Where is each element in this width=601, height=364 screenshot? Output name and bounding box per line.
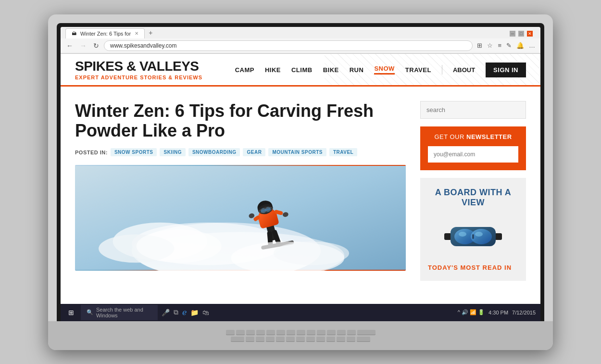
key xyxy=(337,337,345,341)
date: 7/12/2015 xyxy=(512,310,536,315)
taskbar: ⊞ 🔍 Search the web and Windows 🎤 ⧉ ℯ 📁 🛍… xyxy=(61,304,540,321)
key xyxy=(296,337,305,341)
key xyxy=(246,337,254,341)
system-tray: ^ 🔊 📶 🔋 xyxy=(458,309,485,315)
site-logo[interactable]: SPIKES & VALLEYS xyxy=(75,60,202,73)
article-tags: POSTED IN: SNOW SPORTS SKIING SNOWBOARDI… xyxy=(75,148,406,156)
ad-image xyxy=(428,215,518,258)
tag-skiing[interactable]: SKIING xyxy=(160,148,185,156)
nav-item-travel[interactable]: TRAVEL xyxy=(405,66,431,74)
key xyxy=(337,330,346,335)
newsletter-box: GET OUR NEWSLETTER xyxy=(420,126,526,170)
svg-rect-25 xyxy=(444,233,451,240)
favorites-button[interactable]: ☆ xyxy=(486,41,494,50)
key xyxy=(231,337,244,341)
tab-favicon: 🏔 xyxy=(72,31,76,36)
article-hero-image xyxy=(75,165,406,271)
browser-tab[interactable]: 🏔 Winter Zen: 6 Tips for ✕ xyxy=(65,28,145,38)
notes-button[interactable]: ✎ xyxy=(505,41,513,50)
nav-item-climb[interactable]: CLIMB xyxy=(291,66,313,74)
key xyxy=(256,330,265,335)
cortana-icon[interactable]: 🎤 xyxy=(162,309,170,316)
nav-item-bike[interactable]: BIKE xyxy=(323,66,339,74)
key xyxy=(287,330,295,335)
nav-item-run[interactable]: RUN xyxy=(350,66,364,74)
refresh-button[interactable]: ↻ xyxy=(91,41,101,50)
nav-item-snow[interactable]: SNOW xyxy=(374,65,394,75)
address-bar[interactable] xyxy=(104,40,473,51)
key xyxy=(297,330,305,335)
hub-button[interactable]: ≡ xyxy=(496,41,503,50)
key xyxy=(286,337,295,341)
tab-close-button[interactable]: ✕ xyxy=(135,31,138,36)
back-button[interactable]: ← xyxy=(64,41,75,50)
taskbar-icons: 🎤 ⧉ ℯ 📁 🛍 xyxy=(162,308,209,317)
svg-rect-32 xyxy=(472,234,474,239)
key xyxy=(276,330,285,335)
nav-item-about[interactable]: ABOUT xyxy=(453,66,475,74)
reading-view-button[interactable]: ⊞ xyxy=(476,41,484,50)
tag-travel[interactable]: TRAVEL xyxy=(329,148,357,156)
svg-point-24 xyxy=(274,241,349,265)
edge-icon[interactable]: ℯ xyxy=(182,308,187,317)
key xyxy=(266,330,275,335)
tag-mountain-sports[interactable]: MOUNTAIN SPORTS xyxy=(268,148,326,156)
nav-item-hike[interactable]: HIKE xyxy=(265,66,281,74)
key xyxy=(266,337,275,341)
search-input[interactable] xyxy=(420,101,526,119)
key xyxy=(236,330,245,335)
close-button[interactable]: ✕ xyxy=(527,31,533,37)
new-tab-button[interactable]: + xyxy=(146,27,155,38)
key xyxy=(347,330,356,335)
file-explorer-icon[interactable]: 📁 xyxy=(190,309,199,316)
taskbar-search-text: Search the web and Windows xyxy=(96,307,152,318)
site-header: SPIKES & VALLEYS EXPERT ADVENTURE STORIE… xyxy=(61,54,540,87)
sidebar: GET OUR NEWSLETTER A BOARD WITH A VIEW xyxy=(420,101,526,281)
key xyxy=(306,337,315,341)
sign-in-button[interactable]: SIGN IN xyxy=(486,63,526,77)
taskbar-search[interactable]: 🔍 Search the web and Windows xyxy=(81,305,158,320)
svg-point-31 xyxy=(475,232,483,237)
posted-in-label: POSTED IN: xyxy=(75,150,108,155)
site-tagline: EXPERT ADVENTURE STORIES & REVIEWS xyxy=(75,75,202,80)
start-button[interactable]: ⊞ xyxy=(65,307,77,318)
notifications-button[interactable]: 🔔 xyxy=(515,41,526,50)
ad-title: A BOARD WITH A VIEW xyxy=(428,188,518,208)
more-button[interactable]: … xyxy=(527,41,537,50)
email-input[interactable] xyxy=(427,145,519,163)
tag-snowboarding[interactable]: SNOWBOARDING xyxy=(188,148,240,156)
clock: 4:30 PM xyxy=(488,310,508,315)
minimize-button[interactable]: ─ xyxy=(510,31,515,37)
key xyxy=(316,337,325,341)
tab-title: Winter Zen: 6 Tips for xyxy=(80,31,131,37)
svg-rect-26 xyxy=(495,233,502,240)
key xyxy=(276,337,285,341)
key xyxy=(307,330,315,335)
keyboard xyxy=(48,321,553,350)
store-icon[interactable]: 🛍 xyxy=(202,309,209,316)
today-reads-label: TODAY'S MOST READ IN xyxy=(428,264,518,271)
tag-snow-sports[interactable]: SNOW SPORTS xyxy=(111,148,157,156)
key xyxy=(317,330,326,335)
key xyxy=(347,337,355,341)
article-title: Winter Zen: 6 Tips for Carving Fresh Pow… xyxy=(75,101,406,141)
nav-item-camp[interactable]: CAMP xyxy=(235,66,254,74)
key xyxy=(327,330,336,335)
forward-button[interactable]: → xyxy=(78,41,88,50)
key xyxy=(256,337,264,341)
newsletter-title: GET OUR NEWSLETTER xyxy=(427,133,519,140)
site-branding: SPIKES & VALLEYS EXPERT ADVENTURE STORIE… xyxy=(75,60,202,80)
task-view-icon[interactable]: ⧉ xyxy=(174,308,178,316)
site-navigation: CAMP HIKE CLIMB BIKE RUN SNOW TRAVEL ABO… xyxy=(235,63,526,77)
key xyxy=(326,337,335,341)
key xyxy=(246,330,255,335)
maximize-button[interactable]: □ xyxy=(518,31,524,37)
key xyxy=(357,337,370,341)
article-content: Winter Zen: 6 Tips for Carving Fresh Pow… xyxy=(75,101,406,281)
advertisement-box: A BOARD WITH A VIEW xyxy=(420,178,526,281)
nav-divider xyxy=(442,65,442,75)
svg-point-6 xyxy=(137,230,222,263)
tag-gear[interactable]: GEAR xyxy=(243,148,265,156)
key xyxy=(226,330,235,335)
key xyxy=(357,330,376,335)
